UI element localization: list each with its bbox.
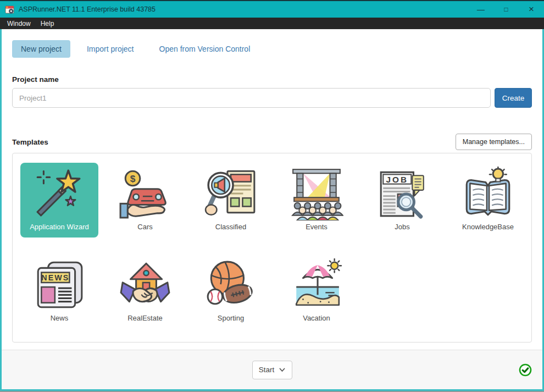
project-tabs: New project Import project Open from Ver…	[12, 40, 532, 58]
template-tile-sporting[interactable]: Sporting	[192, 254, 270, 329]
template-label: Jobs	[395, 223, 409, 231]
menu-help[interactable]: Help	[36, 20, 59, 27]
template-label: RealEstate	[127, 314, 163, 322]
template-label: Sporting	[218, 314, 244, 322]
template-label: News	[51, 314, 69, 322]
template-tile-application-wizard[interactable]: Application Wizard	[20, 163, 98, 238]
tab-new-project[interactable]: New project	[12, 40, 70, 58]
project-name-input[interactable]	[12, 88, 491, 108]
magnifier-megaphone-icon	[204, 167, 258, 220]
menubar: Window Help	[0, 18, 544, 29]
coin-dollar-text: $	[130, 173, 136, 184]
sports-balls-icon	[204, 258, 258, 312]
template-tile-cars[interactable]: $ Cars	[106, 163, 184, 238]
stage-lights-crowd-icon	[290, 167, 343, 220]
template-label: Vacation	[303, 314, 330, 322]
template-label: Classified	[215, 223, 246, 231]
book-lightbulb-icon	[461, 167, 515, 220]
template-tile-knowledgebase[interactable]: KnowledgeBase	[449, 163, 527, 238]
maximize-button[interactable]: □	[493, 1, 519, 18]
beach-umbrella-sun-icon	[290, 258, 343, 312]
templates-panel: Application Wizard $	[12, 153, 532, 343]
app-window: ASPRunner.NET 11.1 Enterprise build 4378…	[0, 0, 544, 392]
template-tile-realestate[interactable]: RealEstate	[106, 254, 184, 329]
start-select[interactable]: Start	[252, 361, 292, 379]
template-label: Application Wizard	[30, 223, 89, 231]
start-select-label: Start	[259, 366, 275, 374]
house-handshake-icon	[118, 258, 172, 312]
template-tile-jobs[interactable]: JOB	[363, 163, 441, 238]
template-label: Cars	[137, 223, 152, 231]
job-headline-text: JOB	[386, 175, 408, 184]
app-logo-icon	[5, 5, 14, 14]
magic-wand-icon	[32, 167, 86, 220]
template-label: KnowledgeBase	[462, 223, 514, 231]
titlebar: ASPRunner.NET 11.1 Enterprise build 4378…	[0, 1, 544, 18]
template-tile-classified[interactable]: Classified	[192, 163, 270, 238]
content-area: New project Import project Open from Ver…	[0, 29, 544, 391]
window-controls: — □ ×	[468, 1, 544, 18]
template-tile-news[interactable]: NEWS News	[20, 254, 98, 329]
template-tile-events[interactable]: Events	[277, 163, 356, 238]
project-name-row: Create	[12, 88, 532, 108]
close-button[interactable]: ×	[519, 1, 544, 18]
main-panel: New project Import project Open from Ver…	[2, 29, 542, 350]
templates-header: Templates Manage templates...	[12, 134, 532, 150]
templates-label: Templates	[12, 138, 48, 146]
news-headline-text: NEWS	[41, 273, 69, 282]
chevron-down-icon	[279, 368, 285, 372]
template-label: Events	[306, 223, 327, 231]
window-title: ASPRunner.NET 11.1 Enterprise build 4378…	[19, 5, 156, 13]
car-in-hand-icon: $	[118, 167, 172, 220]
footer-bar: Start	[2, 350, 542, 389]
ready-check-icon	[519, 363, 532, 377]
minimize-button[interactable]: —	[468, 1, 493, 18]
tab-open-version-control[interactable]: Open from Version Control	[151, 40, 259, 58]
tab-import-project[interactable]: Import project	[78, 40, 143, 58]
project-name-label: Project name	[12, 75, 532, 84]
newspaper-icon: NEWS	[32, 258, 86, 312]
job-ads-magnifier-icon: JOB	[375, 167, 429, 220]
manage-templates-button[interactable]: Manage templates...	[456, 134, 532, 150]
template-tile-vacation[interactable]: Vacation	[277, 254, 356, 329]
menu-window[interactable]: Window	[2, 20, 36, 27]
create-button[interactable]: Create	[495, 88, 532, 108]
